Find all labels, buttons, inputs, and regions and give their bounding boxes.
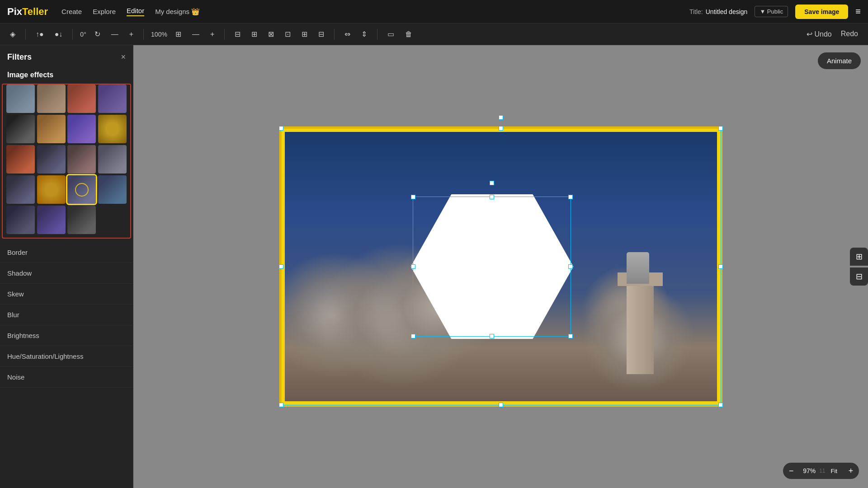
canvas-area: Animate ⊞ ⊟ − 97% 11 Fit + — [133, 45, 868, 488]
effect-thumb-7[interactable] — [67, 115, 96, 143]
effect-thumb-2[interactable] — [37, 84, 66, 113]
effect-thumb-13[interactable] — [6, 175, 35, 204]
effect-thumb-16[interactable] — [98, 175, 127, 204]
zoom-bar: − 97% 11 Fit + — [783, 463, 859, 479]
handle-bottom-center[interactable] — [490, 334, 494, 338]
grid-icon[interactable]: ⊞ — [173, 28, 184, 40]
align-top-icon[interactable]: ⊡ — [282, 28, 293, 40]
editor-toolbar: ◈ ↑● ●↓ 0° ↻ — + 100% ⊞ — + ⊟ ⊞ ⊠ ⊡ ⊞ ⊟ … — [0, 23, 868, 45]
canvas-action-1[interactable]: ⊞ — [850, 248, 868, 266]
rocket-background — [285, 132, 717, 401]
effect-thumb-19[interactable] — [67, 206, 96, 234]
handle-middle-right[interactable] — [568, 264, 573, 269]
hamburger-menu-button[interactable]: ≡ — [855, 6, 861, 17]
move-down-icon[interactable]: ●↓ — [52, 28, 66, 40]
zoom-plus[interactable]: + — [208, 28, 217, 40]
toolbar-separator-4 — [224, 29, 225, 40]
canvas-wrapper — [279, 127, 722, 407]
zoom-minus[interactable]: — — [189, 28, 202, 40]
undo-redo-group: ↩ Undo Redo — [804, 28, 861, 40]
nav-create[interactable]: Create — [61, 8, 82, 15]
toolbar-separator-3 — [143, 29, 144, 40]
zoom-fit-button[interactable]: Fit — [826, 468, 843, 474]
effect-thumb-5[interactable] — [6, 115, 35, 143]
design-title[interactable]: Untitled design — [706, 8, 748, 15]
title-label: Title: — [689, 8, 703, 15]
nav-right: Title: Untitled design ▼ Public Save ima… — [689, 5, 861, 19]
align-center-icon[interactable]: ⊞ — [249, 28, 260, 40]
toolbar-separator-2 — [72, 29, 73, 40]
canvas-image[interactable] — [285, 132, 717, 401]
effect-thumb-3[interactable] — [67, 84, 96, 113]
filter-hsl[interactable]: Hue/Saturation/Lightness — [0, 346, 133, 367]
public-button[interactable]: ▼ Public — [755, 6, 788, 17]
effect-thumb-17[interactable] — [6, 206, 35, 234]
selection-container — [410, 194, 573, 339]
title-area: Title: Untitled design — [689, 8, 747, 15]
align-left-icon[interactable]: ⊟ — [232, 28, 243, 40]
effect-thumb-11[interactable] — [67, 145, 96, 174]
toolbar-separator-5 — [334, 29, 335, 40]
filter-noise[interactable]: Noise — [0, 367, 133, 388]
effect-thumb-12[interactable] — [98, 145, 127, 174]
effect-thumb-9[interactable] — [6, 145, 35, 174]
close-filters-button[interactable]: × — [121, 52, 126, 62]
effect-thumb-4[interactable] — [98, 84, 127, 113]
canvas-right-buttons: ⊞ ⊟ — [850, 248, 868, 286]
undo-button[interactable]: ↩ Undo — [804, 28, 835, 40]
zoom-percent: 100% — [151, 31, 167, 38]
save-image-button[interactable]: Save image — [795, 5, 848, 19]
nav-explore[interactable]: Explore — [93, 8, 116, 15]
canvas-action-2[interactable]: ⊟ — [850, 267, 868, 286]
rotate-icon[interactable]: ↻ — [92, 28, 103, 40]
selection-box — [413, 197, 571, 337]
effect-thumb-10[interactable] — [37, 145, 66, 174]
filter-brightness[interactable]: Brightness — [0, 325, 133, 346]
nav-my-designs[interactable]: My designs 👑 — [155, 8, 200, 16]
flip-vertical-icon[interactable]: ⇕ — [359, 28, 370, 40]
effect-thumb-15-selected[interactable] — [67, 175, 96, 204]
filter-blur[interactable]: Blur — [0, 305, 133, 325]
frame-icon[interactable]: ▭ — [385, 28, 397, 40]
align-bottom-icon[interactable]: ⊟ — [316, 28, 327, 40]
filters-title: Filters — [7, 52, 32, 62]
effect-thumb-6[interactable] — [37, 115, 66, 143]
redo-button[interactable]: Redo — [838, 28, 861, 40]
align-middle-icon[interactable]: ⊞ — [299, 28, 310, 40]
filter-skew[interactable]: Skew — [0, 284, 133, 305]
zoom-in-button[interactable]: + — [843, 463, 859, 479]
layer-icon[interactable]: ◈ — [7, 28, 18, 40]
handle-top-right[interactable] — [568, 195, 573, 199]
animate-button[interactable]: Animate — [818, 52, 861, 69]
zoom-separator: 11 — [819, 468, 825, 474]
image-effects-title: Image effects — [0, 67, 133, 84]
rotate-plus[interactable]: + — [127, 28, 136, 40]
handle-top-left[interactable] — [411, 195, 415, 199]
filter-border[interactable]: Border — [0, 242, 133, 263]
handle-top-center[interactable] — [490, 195, 494, 199]
effect-thumb-18[interactable] — [37, 206, 66, 234]
handle-middle-left[interactable] — [411, 264, 415, 269]
rotate-minus[interactable]: — — [108, 28, 121, 40]
zoom-out-button[interactable]: − — [783, 463, 799, 479]
align-right-icon[interactable]: ⊠ — [265, 28, 277, 40]
effect-thumb-14[interactable] — [37, 175, 66, 204]
nav-editor[interactable]: Editor — [127, 7, 144, 16]
canvas-rotation-handle[interactable] — [499, 115, 503, 120]
handle-bottom-left[interactable] — [411, 334, 415, 338]
flip-horizontal-icon[interactable]: ⇔ — [342, 28, 353, 40]
toolbar-separator-6 — [377, 29, 377, 40]
filters-header: Filters × — [0, 45, 133, 67]
effect-thumb-1[interactable] — [6, 84, 35, 113]
delete-icon[interactable]: 🗑 — [402, 28, 415, 40]
logo-teller: Teller — [22, 6, 48, 18]
logo[interactable]: PixTeller — [7, 6, 48, 18]
top-navigation: PixTeller Create Explore Editor My desig… — [0, 0, 868, 23]
rotation-value: 0° — [80, 31, 86, 38]
move-up-icon[interactable]: ↑● — [33, 28, 47, 40]
effect-thumb-8[interactable] — [98, 115, 127, 143]
handle-bottom-right[interactable] — [568, 334, 573, 338]
filter-shadow[interactable]: Shadow — [0, 263, 133, 284]
rotation-handle[interactable] — [490, 181, 494, 185]
water-tower — [627, 252, 649, 284]
